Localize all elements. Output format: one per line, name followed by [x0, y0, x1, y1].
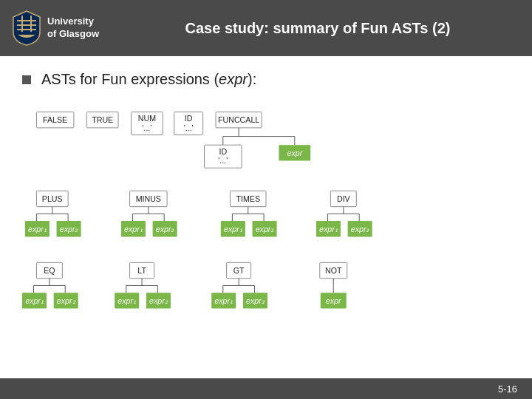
svg-text:EQ: EQ [44, 266, 55, 275]
svg-text:expr₁: expr₁ [117, 296, 136, 305]
university-shield-icon [12, 10, 41, 47]
svg-rect-4 [30, 16, 32, 32]
page-number: 5-16 [498, 383, 517, 395]
svg-text:expr₁: expr₁ [28, 225, 47, 233]
svg-text:LT: LT [137, 266, 146, 275]
svg-text:expr: expr [287, 149, 302, 157]
svg-text:GT: GT [233, 266, 245, 275]
bullet-icon [22, 75, 31, 84]
svg-rect-3 [21, 16, 23, 32]
section-text: ASTs for Fun expressions (expr): [41, 71, 256, 88]
svg-text:expr₁: expr₁ [224, 225, 242, 233]
footer: 5-16 [0, 378, 532, 399]
svg-text:expr: expr [326, 296, 341, 305]
svg-text:ID: ID [219, 147, 227, 156]
svg-text:TIMES: TIMES [236, 194, 260, 203]
svg-rect-1 [17, 24, 36, 26]
svg-text:expr₂: expr₂ [246, 296, 265, 305]
svg-text:expr₁: expr₁ [25, 296, 44, 305]
svg-text:expr₁: expr₁ [319, 225, 338, 233]
svg-text:DIV: DIV [337, 194, 351, 203]
svg-text:FALSE: FALSE [43, 115, 67, 124]
svg-text:expr₂: expr₂ [57, 296, 76, 305]
svg-text:'...': '...' [218, 156, 228, 165]
logo-area: University of Glasgow [12, 10, 145, 47]
svg-text:expr₂: expr₂ [156, 225, 175, 233]
svg-text:expr₂: expr₂ [256, 225, 275, 233]
slide-content: ASTs for Fun expressions (expr): .nbox {… [0, 56, 532, 378]
tree-diagram: .nbox { fill: white; stroke: #888; strok… [22, 101, 510, 345]
svg-text:ID: ID [185, 114, 193, 123]
section-title: ASTs for Fun expressions (expr): [22, 71, 510, 88]
svg-rect-0 [17, 20, 36, 21]
svg-text:TRUE: TRUE [92, 115, 113, 124]
svg-text:FUNCCALL: FUNCCALL [218, 115, 259, 124]
svg-text:PLUS: PLUS [42, 194, 63, 203]
svg-text:NOT: NOT [325, 266, 342, 275]
svg-text:'...': '...' [184, 123, 194, 132]
svg-text:'...': '...' [142, 123, 151, 132]
slide: University of Glasgow Case study: summar… [0, 0, 532, 399]
svg-text:expr₂: expr₂ [351, 225, 370, 233]
svg-text:MINUS: MINUS [136, 194, 161, 203]
svg-text:expr₂: expr₂ [60, 225, 79, 233]
slide-title: Case study: summary of Fun ASTs (2) [145, 20, 520, 37]
svg-text:NUM: NUM [138, 114, 156, 123]
svg-text:expr₂: expr₂ [149, 296, 168, 305]
svg-text:expr₁: expr₁ [124, 225, 143, 233]
svg-text:expr₁: expr₁ [214, 296, 233, 305]
university-name: University of Glasgow [47, 16, 99, 41]
ast-tree-svg: .nbox { fill: white; stroke: #888; strok… [22, 101, 510, 345]
svg-rect-2 [17, 29, 36, 30]
header: University of Glasgow Case study: summar… [0, 0, 532, 56]
